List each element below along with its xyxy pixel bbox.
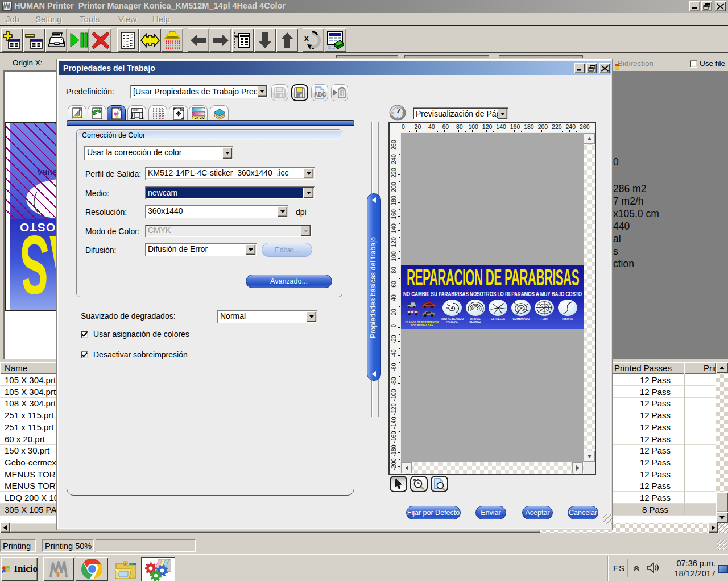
toolbar-abort-button[interactable] <box>90 28 111 52</box>
close-button[interactable] <box>715 1 726 11</box>
job-row-passes[interactable]: 12 Pass <box>613 480 716 492</box>
preview-scroll-right[interactable] <box>572 462 583 473</box>
fijar-por-defecto-button[interactable]: Fijar por Defecto <box>406 506 461 519</box>
dialog-resize-grip[interactable] <box>603 514 612 524</box>
taskbar-chrome-button[interactable] <box>76 557 108 581</box>
job-row-name[interactable]: 251 x 115.prt <box>0 421 56 433</box>
toolbar-start-pause-button[interactable] <box>68 28 89 52</box>
checkbox-1[interactable] <box>81 351 88 359</box>
combo-arrow[interactable] <box>278 206 287 217</box>
combo-arrow[interactable] <box>301 226 311 236</box>
scroll-right-button[interactable] <box>708 523 718 533</box>
tray-volume-icon[interactable] <box>646 562 661 575</box>
dialog-restore-button[interactable] <box>586 63 597 73</box>
job-row-passes[interactable]: 12 Pass <box>613 492 716 504</box>
checkbox-0[interactable] <box>81 331 88 338</box>
job-row-name[interactable]: MENUS TORT <box>0 480 56 492</box>
preview-mode-combo[interactable]: Previsualización de Pág <box>413 107 508 120</box>
tab-layers-tab[interactable] <box>210 105 229 121</box>
preview-clock-icon[interactable] <box>389 105 406 121</box>
aceptar-button[interactable]: Aceptar <box>522 506 553 519</box>
tab-heads-tab[interactable] <box>148 105 167 121</box>
menu-item-view[interactable]: View <box>118 14 136 24</box>
next-column-header[interactable]: Prin <box>685 362 716 374</box>
tray-clock[interactable]: 07:36 p.m.18/12/2017 <box>665 559 715 579</box>
job-row-passes[interactable]: 12 Pass <box>613 444 716 456</box>
rename-abc-button[interactable]: ABC <box>311 84 328 101</box>
job-row-name[interactable]: 305 X 105 PAR <box>0 504 56 516</box>
toolbar-reset-button[interactable]: x <box>303 28 324 52</box>
job-row-passes[interactable]: 8 Pass <box>613 504 716 516</box>
toolbar-purge-button[interactable] <box>162 28 183 52</box>
zoom-tool-button[interactable] <box>410 476 428 492</box>
scroll-left-button[interactable] <box>0 523 10 533</box>
job-row-passes[interactable]: 12 Pass <box>613 409 716 421</box>
job-row-name[interactable]: Gebo-cermex_ <box>0 456 56 468</box>
toolbar-arrow-up-button[interactable] <box>276 28 298 52</box>
combo-arrow[interactable] <box>307 311 316 322</box>
job-row-name[interactable]: 60 x 20.prt <box>0 433 56 445</box>
use-color-correction-combo[interactable]: Usar la corrección de color <box>84 146 233 160</box>
predefinition-combo[interactable]: [Usar Propiedades de Trabajo Pred <box>130 85 268 98</box>
job-row-name[interactable]: LDQ 200 X 10 <box>0 492 56 504</box>
diffusion-combo[interactable]: Difusión de Error <box>145 243 257 256</box>
tray-network-icon[interactable] <box>718 565 728 573</box>
toolbar-add-job-button[interactable] <box>1 28 23 52</box>
job-row-name[interactable]: MENUS TORT <box>0 468 56 480</box>
combo-arrow[interactable] <box>257 86 267 97</box>
taskbar-human-logo-button[interactable] <box>43 557 74 581</box>
preview-hscrollbar[interactable] <box>401 462 584 474</box>
menu-item-setting[interactable]: Setting <box>35 14 62 24</box>
dialog-close-button[interactable] <box>599 63 610 73</box>
job-row-passes[interactable]: 12 Pass <box>613 421 716 433</box>
menu-item-job[interactable]: Job <box>6 14 19 24</box>
preview-canvas[interactable]: REPARACION DE PARABRISASNO CAMBIE SU PAR… <box>401 133 584 462</box>
toolbar-print-button[interactable] <box>46 28 67 52</box>
splitter-handle[interactable]: Propiedades básicas del trabajo <box>367 193 381 381</box>
job-row-passes[interactable]: 12 Pass <box>613 468 716 480</box>
combo-arrow[interactable] <box>304 168 313 178</box>
name-column-header[interactable]: Name <box>0 362 56 374</box>
jobs-table-vscrollbar[interactable] <box>716 362 728 523</box>
menu-item-help[interactable]: Help <box>152 14 170 24</box>
scroll-thumb[interactable] <box>716 492 728 512</box>
toolbar-arrow-right-button[interactable] <box>210 28 231 52</box>
job-row-name[interactable]: 105 X 304.prt <box>0 374 56 386</box>
tab-flip-tab[interactable] <box>88 105 106 121</box>
preview-scroll-left[interactable] <box>401 462 412 473</box>
toolbar-clear-grid-button[interactable] <box>325 28 346 52</box>
job-thumbnail[interactable]: FISURACOSTOAS <box>5 122 60 311</box>
job-row-name[interactable]: 108 X 304.prt <box>0 397 56 409</box>
save-as-button[interactable] <box>291 84 308 101</box>
job-row-name[interactable]: 150 x 30.prt <box>0 444 56 456</box>
taskbar-folder-icon[interactable] <box>113 558 141 581</box>
delete-preset-button[interactable] <box>331 84 348 101</box>
restore-button[interactable] <box>701 1 712 11</box>
cancelar-button[interactable]: Cancelar <box>568 506 598 519</box>
media-combo[interactable]: newcam <box>145 186 315 199</box>
dialog-titlebar[interactable]: Propiedades del Trabajo <box>59 61 611 75</box>
pointer-tool-button[interactable] <box>390 476 407 492</box>
toolbar-arrow-left-button[interactable] <box>188 28 209 52</box>
job-row-name[interactable]: 105 X 304.prt <box>0 386 56 398</box>
preview-vscrollbar[interactable] <box>584 133 595 462</box>
minimize-button[interactable] <box>689 1 700 11</box>
toolbar-swap-direction-button[interactable] <box>139 28 161 52</box>
use-file-checkbox[interactable] <box>690 60 697 68</box>
combo-arrow[interactable] <box>498 109 507 119</box>
scroll-up-button[interactable] <box>716 362 728 373</box>
tray-language-indicator[interactable]: ES <box>613 563 624 573</box>
enviar-button[interactable]: Enviar <box>475 506 506 519</box>
toolbar-arrow-down-button[interactable] <box>254 28 276 52</box>
job-row-passes[interactable]: 12 Pass <box>613 374 716 386</box>
toolbar-move-to-origin-button[interactable] <box>232 28 254 52</box>
taskbar-printer-manager-button[interactable] <box>141 557 175 581</box>
tray-chevron-icon[interactable] <box>633 564 641 573</box>
output-profile-combo[interactable]: KM512-14PL-4C-sticker_360x1440_.icc <box>145 167 315 180</box>
preview-scroll-up[interactable] <box>584 133 595 144</box>
tab-color-tab[interactable] <box>107 105 126 122</box>
scroll-down-button[interactable] <box>716 512 728 523</box>
editar-button[interactable]: Editar... <box>262 243 312 257</box>
tab-calibration-tab[interactable] <box>189 105 208 121</box>
zoom-page-tool-button[interactable] <box>431 476 448 492</box>
